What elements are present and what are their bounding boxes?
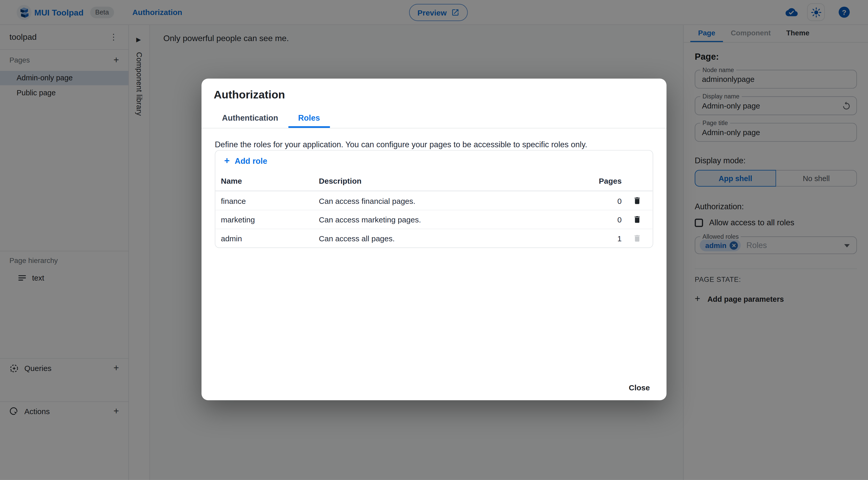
add-role-label: Add role [235, 156, 267, 166]
role-pages-count: 1 [583, 234, 622, 243]
role-name: finance [215, 196, 319, 205]
delete-role-button-disabled [630, 232, 644, 245]
role-name: admin [215, 234, 319, 243]
table-row-marketing: marketing Can access marketing pages. 0 [215, 210, 653, 229]
trash-icon [633, 215, 642, 224]
authorization-dialog: Authorization Authentication Roles Defin… [202, 79, 666, 400]
trash-icon [633, 196, 642, 205]
table-row-finance: finance Can access financial pages. 0 [215, 191, 653, 210]
delete-role-button[interactable] [630, 194, 644, 207]
column-pages: Pages [583, 177, 622, 185]
role-pages-count: 0 [583, 215, 622, 224]
tab-roles[interactable]: Roles [288, 110, 330, 128]
role-name: marketing [215, 215, 319, 224]
trash-icon [633, 234, 642, 243]
table-row-admin: admin Can access all pages. 1 [215, 229, 653, 247]
close-button[interactable]: Close [623, 380, 656, 395]
column-name: Name [215, 177, 319, 185]
role-description: Can access financial pages. [319, 196, 583, 205]
role-pages-count: 0 [583, 196, 622, 205]
roles-table: + Add role Name Description Pages financ… [215, 150, 653, 248]
delete-role-button[interactable] [630, 213, 644, 226]
plus-icon: + [224, 155, 230, 167]
column-description: Description [319, 177, 583, 185]
add-role-button[interactable]: + Add role [224, 155, 268, 167]
dialog-title: Authorization [214, 89, 285, 101]
roles-table-toolbar: + Add role [215, 151, 653, 172]
dialog-tabs: Authentication Roles [202, 110, 666, 128]
toolpad-editor: MUI Toolpad Beta Authorization Preview [0, 0, 868, 480]
roles-description: Define the roles for your application. Y… [215, 140, 587, 149]
role-description: Can access marketing pages. [319, 215, 583, 224]
tab-authentication[interactable]: Authentication [212, 110, 288, 128]
roles-table-header: Name Description Pages [215, 172, 653, 191]
role-description: Can access all pages. [319, 234, 583, 243]
